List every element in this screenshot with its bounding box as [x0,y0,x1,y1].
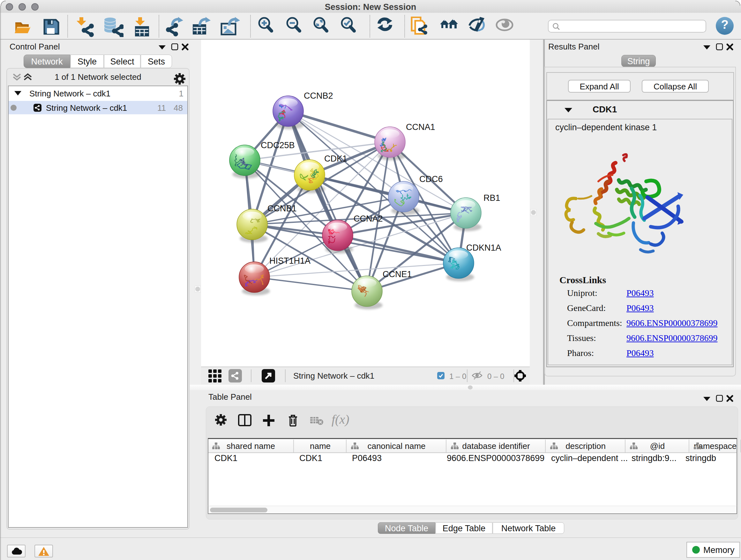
svg-text:CDKN1A: CDKN1A [466,243,501,253]
svg-text:CDK1: CDK1 [324,154,347,164]
svg-text:CCNB2: CCNB2 [304,91,333,101]
svg-text:CCNA2: CCNA2 [354,214,383,224]
svg-text:RB1: RB1 [483,193,500,203]
svg-text:CCNB1: CCNB1 [267,204,297,213]
svg-text:HIST1H1A: HIST1H1A [269,256,311,266]
svg-text:CCNA1: CCNA1 [406,122,435,132]
svg-text:CCNE1: CCNE1 [383,269,412,279]
svg-text:CDC25B: CDC25B [261,140,295,150]
svg-text:CDC6: CDC6 [419,174,443,184]
